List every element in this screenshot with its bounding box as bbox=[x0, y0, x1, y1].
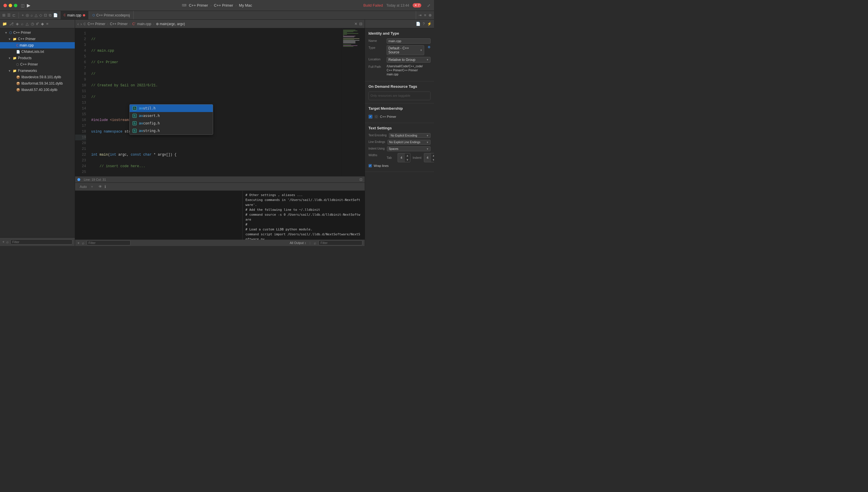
jump-next-icon[interactable]: › bbox=[80, 22, 82, 26]
autocomplete-item-1[interactable]: h avassert.h bbox=[130, 112, 213, 120]
debug-icon[interactable]: ⑈ bbox=[36, 22, 39, 26]
quick-help-icon[interactable]: ⚡ bbox=[427, 22, 432, 26]
autocomplete-item-3[interactable]: h avstring.h bbox=[130, 127, 213, 134]
list-view-icon[interactable]: ☰ bbox=[7, 13, 11, 17]
doc-icon[interactable]: 📄 bbox=[53, 13, 58, 17]
reports-icon[interactable]: ≡ bbox=[46, 22, 49, 26]
breadcrumb-item-4[interactable]: ⊛ main(argc, argv) bbox=[156, 22, 185, 26]
target-checkbox[interactable]: ✓ bbox=[369, 115, 372, 119]
tree-item-folder-cpp[interactable]: ▼ 📁 C++ Primer bbox=[0, 36, 75, 42]
indent-dropdown[interactable]: Spaces ▼ bbox=[387, 146, 430, 151]
breadcrumb-item-2[interactable]: C++ Primer bbox=[110, 22, 128, 26]
close-editor-icon[interactable]: ✕ bbox=[354, 22, 357, 26]
autocomplete-item-0[interactable]: h avutil.h bbox=[130, 104, 213, 112]
code-content[interactable]: // // main.cpp // C++ Primer // // Creat… bbox=[89, 28, 342, 176]
location-dropdown[interactable]: Relative to Group ▼ bbox=[387, 57, 430, 63]
screen-capture-icon[interactable]: ⊡ bbox=[359, 177, 363, 181]
term-filter-icon[interactable]: ⌕ bbox=[82, 241, 84, 245]
mm-line bbox=[343, 45, 357, 46]
code-editor[interactable]: 1234 5678 9101112 13141516 17181920 2122… bbox=[75, 28, 365, 176]
minimize-button[interactable] bbox=[9, 4, 12, 7]
build-time: Today at 13:44 bbox=[386, 3, 409, 7]
add-bottom-icon[interactable]: + bbox=[2, 240, 5, 244]
maximize-icon[interactable]: ⤢ bbox=[427, 3, 430, 8]
autocomplete-item-2[interactable]: h avconfig.h bbox=[130, 120, 213, 127]
indent-stepper-buttons: ▲ ▼ bbox=[431, 153, 434, 162]
symbols-icon[interactable]: ◈ bbox=[16, 22, 19, 26]
search-toolbar-icon[interactable]: ⌕ bbox=[31, 13, 33, 17]
play-button[interactable]: ▶ bbox=[27, 3, 30, 8]
breadcrumb-sep-1: › bbox=[107, 22, 108, 26]
warning-icon[interactable]: △ bbox=[35, 13, 38, 17]
indent-increment[interactable]: ▲ bbox=[431, 153, 434, 158]
code-line-6: // bbox=[89, 94, 342, 100]
bookmark-icon[interactable]: ⊡ bbox=[44, 13, 47, 17]
tree-item-libavutil[interactable]: 📦 libavutil.57.40.100.dylib bbox=[0, 87, 75, 93]
tab-decrement[interactable]: ▼ bbox=[405, 158, 410, 162]
code-scroll-area[interactable]: 1234 5678 9101112 13141516 17181920 2122… bbox=[75, 28, 365, 176]
indent-stepper[interactable]: 4 ▲ ▼ bbox=[424, 153, 434, 162]
tree-item-main-cpp[interactable]: C main.cpp bbox=[0, 42, 75, 49]
source-control-icon[interactable]: ⎇ bbox=[9, 22, 14, 26]
tree-item-products[interactable]: ▼ 📁 Products bbox=[0, 55, 75, 61]
terminal-filter-input[interactable] bbox=[86, 240, 130, 245]
line-endings-dropdown[interactable]: No Explicit Line Endings ▼ bbox=[388, 140, 430, 145]
sidebar-toggle-icon[interactable]: ◫ bbox=[21, 3, 25, 8]
auto-label[interactable]: Auto bbox=[77, 184, 89, 190]
jump-bar-icon[interactable]: ⇥ bbox=[418, 13, 422, 17]
jump-prev-icon[interactable]: ‹ bbox=[77, 22, 79, 26]
tab-main-cpp[interactable]: C main.cpp bbox=[60, 11, 89, 19]
terminal-search-input[interactable] bbox=[319, 240, 363, 245]
outline-view-icon[interactable]: ⊏ bbox=[13, 13, 16, 17]
copy-icon[interactable]: ⧉ bbox=[49, 13, 51, 18]
zoom-button[interactable] bbox=[14, 4, 17, 7]
related-icon[interactable]: ⊕ bbox=[428, 13, 432, 17]
tree-item-libavformat[interactable]: 📦 libavformat.59.34.101.dylib bbox=[0, 80, 75, 87]
type-edit-icon[interactable]: ⚙ bbox=[428, 45, 430, 49]
help-inspector-icon[interactable]: ? bbox=[423, 22, 425, 26]
tags-input-area[interactable]: Only resources are taggable bbox=[369, 92, 430, 100]
tree-item-libavdevice[interactable]: 📦 libavdevice.59.8.101.dylib bbox=[0, 74, 75, 80]
sidebar-filter-input[interactable] bbox=[10, 239, 73, 245]
type-dropdown[interactable]: Default - C++ Source ▼ bbox=[387, 45, 424, 55]
tests-icon[interactable]: ◷ bbox=[31, 22, 34, 26]
files-icon[interactable]: 📁 bbox=[2, 22, 7, 26]
find-icon[interactable]: ⌕ bbox=[21, 22, 23, 26]
tab-increment[interactable]: ▲ bbox=[405, 153, 410, 158]
breadcrumb-item-1[interactable]: C++ Primer bbox=[88, 22, 105, 26]
indent-decrement[interactable]: ▼ bbox=[431, 158, 434, 162]
add-icon[interactable]: + bbox=[22, 13, 24, 17]
tab-xcodeproj[interactable]: ⬡ C++ Primer.xcodeproj bbox=[89, 11, 134, 19]
tree-item-binary[interactable]: ⬡ C++ Primer bbox=[0, 61, 75, 68]
breakpoints-icon[interactable]: ◆ bbox=[41, 22, 44, 26]
info-icon[interactable]: ℹ bbox=[104, 184, 106, 189]
eye-icon[interactable]: 👁 bbox=[98, 184, 102, 189]
authors-icon[interactable]: ≡ bbox=[424, 13, 426, 17]
grid-view-icon[interactable]: ⊞ bbox=[2, 13, 5, 17]
tree-item-cmake[interactable]: 📄 CMakeLists.txt bbox=[0, 49, 75, 55]
line-endings-row: Line Endings No Explicit Line Endings ▼ bbox=[369, 140, 430, 145]
filter-icon[interactable]: ⌕ bbox=[6, 240, 9, 244]
all-output-label[interactable]: All Output ↕ bbox=[290, 241, 306, 245]
tree-item-project[interactable]: ▼ ⬡ C++ Primer bbox=[0, 29, 75, 36]
breadcrumb-item-3b[interactable]: main.cpp bbox=[137, 22, 151, 26]
resource-tags-section: On Demand Resource Tags Only resources a… bbox=[365, 81, 434, 103]
term-add-icon[interactable]: + bbox=[77, 241, 80, 245]
breadcrumb-item-3[interactable]: C' bbox=[132, 22, 135, 26]
split-editor-icon[interactable]: ⊟ bbox=[359, 22, 363, 26]
inspect-icon[interactable]: ◎ bbox=[26, 13, 29, 17]
close-button[interactable] bbox=[3, 4, 7, 7]
sep bbox=[19, 13, 19, 18]
encoding-dropdown[interactable]: No Explicit Encoding ▼ bbox=[389, 133, 430, 138]
tab-stepper[interactable]: 4 ▲ ▼ bbox=[398, 153, 410, 162]
file-inspector-icon[interactable]: 📄 bbox=[416, 22, 420, 26]
name-value[interactable]: main.cpp bbox=[387, 39, 430, 44]
issues-icon[interactable]: △ bbox=[26, 22, 29, 26]
encoding-arrow: ▼ bbox=[426, 134, 429, 137]
term-filter-right-icon[interactable]: ⌕ bbox=[314, 241, 316, 245]
file-badge-icon: C bbox=[83, 22, 86, 26]
tree-item-frameworks[interactable]: ▼ 📁 Frameworks bbox=[0, 68, 75, 74]
wrap-lines-checkbox[interactable]: ✓ bbox=[369, 164, 372, 168]
autocomplete-dropdown[interactable]: h avutil.h h avassert.h h avconfig.h h a… bbox=[129, 104, 213, 135]
diamond-icon[interactable]: ◇ bbox=[39, 13, 42, 17]
